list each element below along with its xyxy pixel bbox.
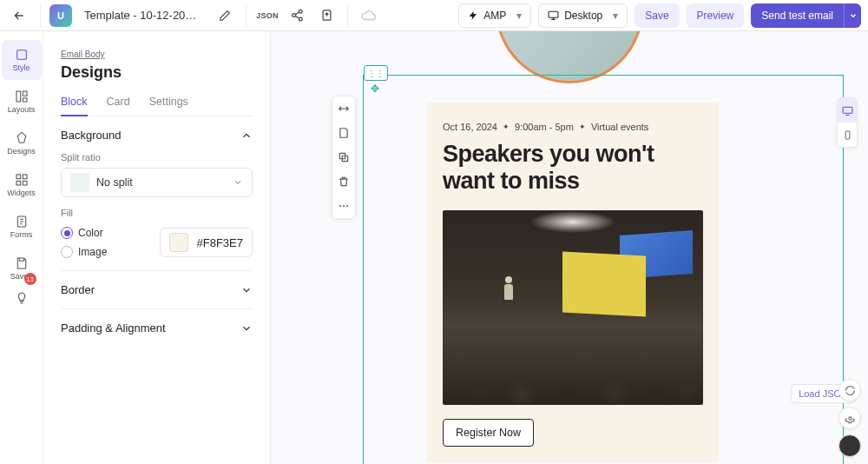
- email-card[interactable]: Oct 16, 2024✦ 9:00am - 5pm✦ Virtual even…: [427, 103, 719, 462]
- section-padding-title: Padding & Alignment: [61, 321, 166, 335]
- split-ratio-label: Split ratio: [61, 152, 253, 162]
- section-padding-toggle[interactable]: Padding & Alignment: [61, 321, 253, 335]
- preview-button[interactable]: Preview: [687, 3, 745, 28]
- color-value: #F8F3E7: [197, 236, 243, 249]
- widgets-icon: [15, 173, 29, 187]
- section-background-title: Background: [61, 129, 121, 142]
- svg-rect-13: [23, 181, 27, 185]
- trash-icon: [338, 176, 350, 188]
- breadcrumb[interactable]: Email Body: [61, 50, 105, 59]
- svg-marker-9: [17, 132, 25, 143]
- rail-item-widgets[interactable]: Widgets: [2, 165, 42, 205]
- chevron-down-icon: [240, 322, 253, 335]
- phone-icon: [843, 129, 852, 141]
- tablet-arrow-icon: [320, 9, 333, 22]
- save-button[interactable]: Save: [635, 3, 679, 28]
- send-dropdown[interactable]: [844, 3, 861, 28]
- fill-radio-color[interactable]: Color: [61, 227, 107, 239]
- color-input[interactable]: #F8F3E7: [160, 228, 253, 257]
- cloud-icon: [361, 8, 377, 23]
- share-button[interactable]: [285, 3, 309, 28]
- swap-icon: [338, 103, 350, 115]
- rail-item-designs[interactable]: Designs: [2, 123, 42, 163]
- rail-item-forms[interactable]: Forms: [2, 207, 42, 247]
- svg-rect-12: [16, 181, 21, 185]
- bolt-icon: [468, 10, 478, 21]
- svg-rect-21: [845, 130, 850, 138]
- more-icon: [338, 200, 350, 212]
- format-select[interactable]: AMP ▾: [458, 3, 531, 28]
- svg-rect-8: [23, 98, 27, 102]
- svg-point-1: [292, 14, 295, 17]
- svg-point-18: [343, 205, 345, 207]
- color-swatch: [169, 233, 188, 252]
- export-button[interactable]: [314, 3, 339, 28]
- tool-more[interactable]: [332, 194, 355, 218]
- topbar: U Template - 10-12-2024 … JSON AMP ▾ Des…: [0, 0, 868, 31]
- device-toggle: [837, 97, 858, 148]
- chevron-down-icon: [240, 284, 253, 296]
- section-background-toggle[interactable]: Background: [61, 129, 253, 142]
- drag-handle[interactable]: ⋮⋮: [364, 65, 388, 81]
- app-logo: U: [49, 4, 72, 27]
- tab-block[interactable]: Block: [61, 96, 88, 116]
- monitor-icon: [548, 10, 559, 21]
- save-block-icon: [338, 127, 350, 139]
- layouts-icon: [15, 89, 29, 103]
- svg-point-17: [339, 205, 341, 207]
- arrow-left-icon: [12, 9, 26, 23]
- section-border-title: Border: [61, 283, 95, 296]
- template-title[interactable]: Template - 10-12-2024 …: [77, 9, 207, 22]
- json-view-button[interactable]: JSON: [255, 3, 279, 28]
- register-button[interactable]: Register Now: [443, 419, 534, 447]
- settings-icon: [845, 413, 856, 424]
- tab-settings[interactable]: Settings: [149, 96, 188, 116]
- tool-save[interactable]: [332, 121, 355, 145]
- fill-label: Fill: [61, 208, 253, 218]
- device-mobile[interactable]: [838, 123, 857, 147]
- svg-rect-20: [843, 107, 852, 113]
- split-ratio-select[interactable]: No split: [61, 168, 253, 197]
- card-meta: Oct 16, 2024✦ 9:00am - 5pm✦ Virtual even…: [443, 122, 703, 132]
- rail-item-layouts[interactable]: Layouts: [2, 82, 42, 122]
- rail-item-ideas[interactable]: 13: [2, 278, 42, 318]
- canvas[interactable]: ⋮⋮ ✥ Oct 16, 2024✦ 9:00am - 5pm✦ Virtual…: [271, 31, 868, 464]
- rename-button[interactable]: [213, 3, 237, 28]
- svg-rect-5: [16, 50, 26, 60]
- monitor-icon: [842, 105, 853, 116]
- properties-panel: Email Body Designs Block Card Settings B…: [43, 31, 271, 464]
- block-toolbar: [332, 96, 356, 219]
- fill-radio-image[interactable]: Image: [61, 246, 107, 258]
- svg-rect-4: [549, 11, 558, 17]
- tool-swap[interactable]: [332, 96, 355, 121]
- section-border-toggle[interactable]: Border: [61, 283, 253, 296]
- chevron-up-icon: [240, 129, 253, 142]
- forms-icon: [15, 215, 29, 229]
- svg-rect-10: [16, 175, 21, 179]
- device-desktop[interactable]: [838, 98, 857, 123]
- tab-card[interactable]: Card: [107, 96, 130, 116]
- copy-icon: [338, 151, 350, 163]
- pencil-icon: [219, 10, 231, 22]
- back-button[interactable]: [7, 3, 31, 28]
- chat-button[interactable]: [838, 434, 861, 457]
- viewport-select[interactable]: Desktop ▾: [538, 3, 628, 28]
- svg-point-2: [299, 17, 302, 21]
- refresh-button[interactable]: [838, 379, 861, 401]
- svg-rect-6: [16, 91, 21, 102]
- style-icon: [15, 48, 29, 62]
- rail-item-style[interactable]: Style: [2, 40, 42, 80]
- card-image: [443, 210, 703, 405]
- help-button[interactable]: [838, 407, 861, 429]
- share-icon: [291, 9, 304, 22]
- card-headline: Speakers you won't want to miss: [443, 141, 703, 195]
- designs-icon: [15, 131, 29, 145]
- tool-copy[interactable]: [332, 145, 355, 169]
- left-rail: Style Layouts Designs Widgets Forms Save…: [0, 31, 43, 464]
- svg-point-0: [299, 10, 302, 13]
- tool-delete[interactable]: [332, 169, 355, 194]
- move-handle[interactable]: ✥: [371, 83, 379, 95]
- panel-heading: Designs: [61, 63, 253, 82]
- send-test-email-button[interactable]: Send test email: [751, 3, 844, 28]
- svg-point-19: [346, 205, 348, 207]
